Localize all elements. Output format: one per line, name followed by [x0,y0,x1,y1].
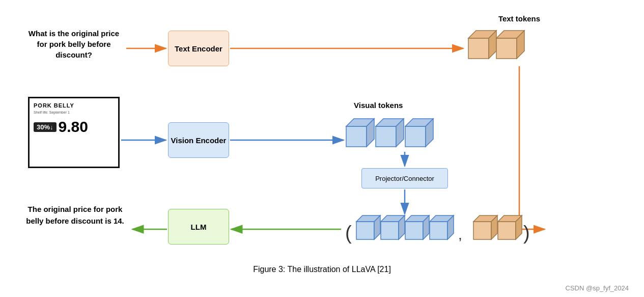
svg-marker-47 [498,215,522,222]
diagram-container: What is the original price for pork bell… [0,0,644,297]
svg-marker-45 [491,215,497,239]
watermark: CSDN @sp_fyf_2024 [566,284,629,292]
svg-marker-19 [517,31,524,59]
svg-marker-27 [405,119,433,126]
svg-marker-26 [405,126,426,147]
svg-marker-35 [399,215,405,239]
svg-marker-24 [376,119,404,126]
text-encoder-box: Text Encoder [168,31,229,66]
svg-marker-34 [381,215,405,222]
svg-marker-14 [468,38,489,59]
vision-encoder-box: Vision Encoder [168,122,229,158]
svg-marker-18 [496,31,524,38]
svg-marker-31 [356,215,380,222]
answer-text: The original price for pork belly before… [25,204,125,227]
svg-marker-44 [473,215,497,222]
svg-marker-43 [473,222,491,239]
svg-marker-41 [447,215,454,239]
svg-text:(: ( [345,222,352,244]
discount-badge: 30%↓ [34,122,57,132]
svg-marker-16 [489,31,496,59]
svg-marker-25 [396,119,404,147]
svg-marker-30 [356,222,374,239]
svg-marker-23 [376,126,396,147]
svg-marker-36 [405,222,423,239]
svg-marker-32 [374,215,380,239]
price-main: 9.80 [59,118,88,136]
svg-text:,: , [458,227,462,242]
svg-marker-15 [468,31,496,38]
svg-text:): ) [523,222,530,244]
svg-marker-37 [405,215,429,222]
svg-marker-39 [430,222,447,239]
svg-marker-40 [430,215,454,222]
price-tag-image: PORK BELLY Shelf life: September 1 30%↓ … [28,97,120,168]
svg-marker-28 [426,119,433,147]
text-tokens-label: Text tokens [479,14,560,23]
svg-marker-17 [496,38,517,59]
llm-box: LLM [168,209,229,245]
question-text: What is the original price for pork bell… [25,28,122,60]
figure-caption: Figure 3: The illustration of LLaVA [21] [253,265,391,274]
svg-marker-38 [423,215,429,239]
price-tag-subtitle: Shelf life: September 1 [34,111,114,114]
svg-marker-21 [346,119,374,126]
projector-box: Projector/Connector [361,168,448,188]
price-tag-title: PORK BELLY [34,102,114,109]
svg-marker-20 [346,126,367,147]
svg-marker-33 [381,222,399,239]
svg-marker-48 [516,215,522,239]
visual-tokens-label: Visual tokens [354,101,403,110]
svg-marker-22 [367,119,374,147]
svg-marker-46 [498,222,516,239]
